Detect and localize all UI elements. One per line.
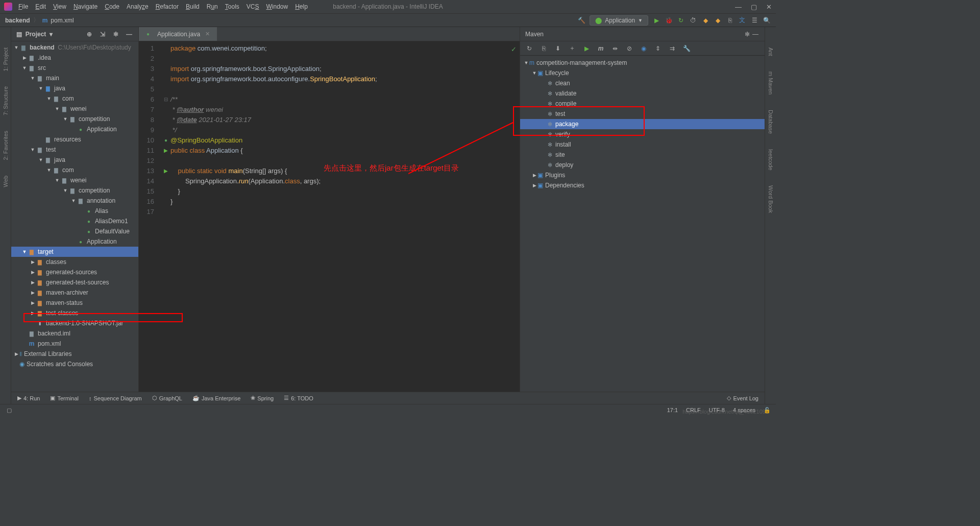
translate-icon[interactable]: 文 [738,16,746,25]
tree-defaultvalue[interactable]: DefaultValue [11,226,138,236]
maven-test[interactable]: test [520,109,765,119]
tree-root[interactable]: ▼backend C:\Users\Fu\Desktop\study [11,42,138,53]
reload-icon[interactable]: ↻ [525,44,533,53]
tool-eventlog[interactable]: ◇ Event Log [727,395,758,401]
menu-view[interactable]: View [53,3,66,10]
tree-main-competition[interactable]: ▼competition [11,114,138,124]
maven-compile[interactable]: compile [520,99,765,109]
menu-run[interactable]: Run [207,3,218,10]
tree-aliasdemo[interactable]: AliasDemo1 [11,216,138,226]
maven-verify[interactable]: verify [520,129,765,139]
rail-maven[interactable]: m Maven [768,71,774,94]
tree-pom[interactable]: pom.xml [11,339,138,349]
toggle-offline-icon[interactable]: ⇹ [611,44,619,53]
generate-sources-icon[interactable]: ⎘ [540,44,548,53]
expand-all-icon[interactable]: ⇲ [99,30,107,38]
collapse-icon[interactable]: ⇕ [654,44,662,53]
tree-app-test[interactable]: Application [11,236,138,247]
close-button[interactable]: ✕ [766,3,772,11]
menu-code[interactable]: Code [105,3,119,10]
run-button[interactable]: ▶ [652,16,660,25]
build-icon[interactable]: 🔨 [577,16,585,25]
tree-src[interactable]: ▼src [11,63,138,73]
menu-tools[interactable]: Tools [225,3,239,10]
rail-database[interactable]: Database [768,110,774,134]
git-button[interactable]: ⎘ [726,16,734,25]
maven-clean[interactable]: clean [520,78,765,88]
tree-classes[interactable]: ▶classes [11,257,138,267]
tree-test-wenei[interactable]: ▼wenei [11,175,138,185]
tree-maven-status[interactable]: ▶maven-status [11,298,138,308]
tool-javaent[interactable]: ☕ Java Enterprise [192,395,240,401]
maven-project[interactable]: ▼mcompetition-management-system [520,58,765,68]
tree-gen-sources[interactable]: ▶generated-sources [11,267,138,277]
inspection-icon[interactable]: ✓ [511,44,517,55]
tree-annotation[interactable]: ▼annotation [11,196,138,206]
tool-run[interactable]: ▶ 4: Run [17,395,40,401]
breadcrumb[interactable]: backend 〉 pom.xml [5,16,74,25]
run-maven-icon[interactable]: ▶ [582,44,591,53]
maximize-button[interactable]: ▢ [751,3,757,11]
tool-seq[interactable]: ↕ Sequence Diagram [89,395,142,401]
profiler-button[interactable]: ⏱ [689,16,697,25]
tree-maven-archiver[interactable]: ▶maven-archiver [11,288,138,298]
editor-body[interactable]: 1234567891011121314151617 ⊟●▶▶ package c… [139,41,520,404]
maven-site[interactable]: site [520,150,765,160]
tree-resources[interactable]: resources [11,134,138,145]
project-tree[interactable]: ▼backend C:\Users\Fu\Desktop\study ▶.ide… [11,41,138,404]
gear-icon[interactable]: ✻ [743,30,751,38]
menu-analyze[interactable]: Analyze [127,3,149,10]
tree-test-java[interactable]: ▼java [11,155,138,165]
rail-leetcode[interactable]: leetcode [768,149,774,171]
menu-edit[interactable]: Edit [35,3,46,10]
breadcrumb-file[interactable]: pom.xml [51,17,74,24]
download-icon[interactable]: ⬇ [554,44,562,53]
tree-test-competition[interactable]: ▼competition [11,185,138,196]
maven-lifecycle[interactable]: ▼▣Lifecycle [520,68,765,78]
rail-ant[interactable]: Ant [768,47,774,56]
rail-favorites[interactable]: 2: Favorites [3,131,9,160]
editor-tab-application[interactable]: Application.java ✕ [139,27,217,41]
tree-test[interactable]: ▼test [11,145,138,155]
rail-structure[interactable]: 7: Structure [3,86,9,115]
menu-help[interactable]: Help [295,3,308,10]
tree-main-java[interactable]: ▼java [11,83,138,93]
tree-main[interactable]: ▼main [11,73,138,83]
select-opened-icon[interactable]: ⊕ [85,30,93,38]
tree-test-com[interactable]: ▼com [11,165,138,175]
tool-todo[interactable]: ☰ 6: TODO [284,395,313,401]
skip-tests-icon[interactable]: ⊘ [625,44,633,53]
tree-iml[interactable]: backend.iml [11,328,138,339]
menu-refactor[interactable]: Refactor [156,3,179,10]
tree-alias[interactable]: Alias [11,206,138,216]
tree-main-com[interactable]: ▼com [11,93,138,104]
coverage-button[interactable]: ↻ [677,16,685,25]
icon-1[interactable]: ◆ [701,16,709,25]
rail-wordbook[interactable]: Word Book [768,185,774,213]
tool-spring[interactable]: ❀ Spring [251,395,274,401]
status-icon[interactable]: ▢ [5,407,13,415]
maven-validate[interactable]: validate [520,88,765,99]
maven-plugins[interactable]: ▶▣Plugins [520,170,765,180]
search-icon[interactable]: 🔍 [763,16,771,25]
run-main-gutter-icon[interactable]: ▶ [161,166,170,176]
tree-app-main[interactable]: Application [11,124,138,134]
menu-navigate[interactable]: Navigate [74,3,97,10]
show-deps-icon[interactable]: ◉ [640,44,648,53]
status-pos[interactable]: 17:1 [667,407,678,414]
minimize-button[interactable]: — [735,3,742,11]
tool-graphql[interactable]: ⬡ GraphQL [152,395,182,401]
rail-project[interactable]: 1: Project [3,47,9,71]
tree-jar[interactable]: backend-1.0-SNAPSHOT.jar [11,318,138,328]
menu-window[interactable]: Window [266,3,288,10]
maven-deploy[interactable]: deploy [520,160,765,170]
tree-test-classes[interactable]: ▶test-classes [11,308,138,318]
hide-icon[interactable]: — [125,30,133,38]
maven-tree[interactable]: ▼mcompetition-management-system ▼▣Lifecy… [520,56,765,404]
tree-target[interactable]: ▼target [11,247,138,257]
gear-icon[interactable]: ✻ [112,30,120,38]
tree-ext-lib[interactable]: ▶⫴External Libraries [11,349,138,359]
tree-gen-test-sources[interactable]: ▶generated-test-sources [11,277,138,288]
maven-dependencies[interactable]: ▶▣Dependencies [520,180,765,190]
menu-file[interactable]: File [18,3,28,10]
